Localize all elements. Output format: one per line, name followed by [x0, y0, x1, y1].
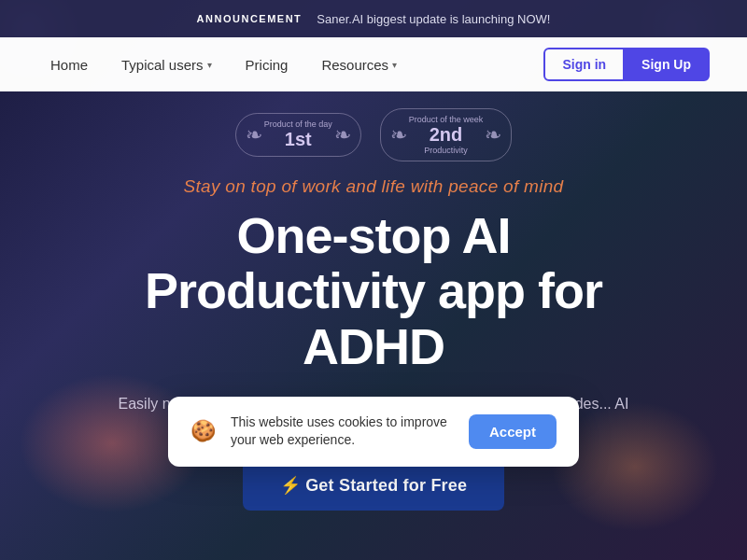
badges-row: ❧ Product of the day 1st ❧ ❧ Product of … — [235, 108, 513, 161]
laurel-left-icon: ❧ — [246, 123, 262, 147]
badge-week-top-label: Product of the week — [409, 115, 484, 124]
announcement-text: Saner.AI biggest update is launching NOW… — [317, 12, 550, 26]
cookie-message: This website uses cookies to improve you… — [231, 413, 454, 450]
cookie-banner: 🍪 This website uses cookies to improve y… — [168, 397, 579, 467]
laurel-right-icon: ❧ — [485, 123, 501, 147]
cookie-icon: 🍪 — [190, 419, 216, 443]
nav-buttons: Sign in Sign Up — [543, 48, 710, 81]
chevron-down-icon: ▾ — [392, 60, 397, 70]
badge-day-top-label: Product of the day — [264, 119, 332, 129]
announcement-bar: ANNOUNCEMENT Saner.AI biggest update is … — [0, 0, 747, 37]
badge-product-week: ❧ Product of the week 2nd Productivity ❧ — [380, 108, 513, 161]
signup-button[interactable]: Sign Up — [624, 48, 710, 81]
laurel-left-icon: ❧ — [390, 123, 407, 147]
hero-tagline: Stay on top of work and life with peace … — [184, 176, 564, 197]
hero-heading: One-stop AI Productivity app for ADHD — [145, 208, 602, 374]
nav-pricing[interactable]: Pricing — [233, 49, 302, 80]
signin-button[interactable]: Sign in — [543, 48, 624, 81]
badge-day-rank: 1st — [285, 129, 312, 150]
get-started-button[interactable]: ⚡ Get Started for Free — [243, 460, 504, 511]
badge-week-rank: 2nd — [430, 124, 463, 146]
navbar: Home Typical users ▾ Pricing Resources ▾… — [0, 37, 747, 91]
announcement-label: ANNOUNCEMENT — [197, 13, 303, 24]
nav-home[interactable]: Home — [37, 49, 101, 80]
nav-links: Home Typical users ▾ Pricing Resources ▾ — [37, 49, 543, 80]
chevron-down-icon: ▾ — [207, 60, 212, 70]
nav-resources[interactable]: Resources ▾ — [308, 49, 410, 80]
laurel-right-icon: ❧ — [334, 123, 351, 147]
nav-typical-users[interactable]: Typical users ▾ — [108, 49, 225, 80]
cookie-accept-button[interactable]: Accept — [469, 414, 557, 449]
badge-product-day: ❧ Product of the day 1st ❧ — [235, 113, 361, 157]
badge-week-sub-label: Productivity — [424, 146, 468, 155]
